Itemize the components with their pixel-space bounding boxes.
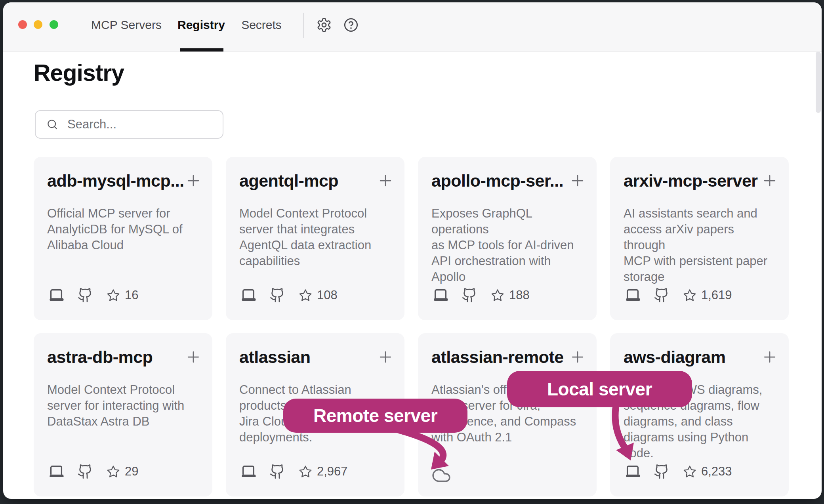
star-icon — [299, 465, 312, 478]
star-icon — [107, 465, 120, 478]
github-icon[interactable] — [269, 464, 285, 479]
star-icon — [683, 465, 696, 478]
card-footer: 188 — [431, 286, 530, 304]
search-box[interactable] — [35, 110, 223, 139]
local-arrow-icon — [597, 406, 653, 469]
laptop-icon — [47, 462, 65, 481]
toolbar-divider — [303, 13, 304, 38]
server-name: agentql-mcp — [239, 171, 380, 191]
server-card[interactable]: arxiv-mcp-server AI assistants search an… — [610, 157, 789, 320]
server-card[interactable]: astra-db-mcp Model Context Protocol serv… — [34, 333, 212, 496]
star-count: 1,619 — [701, 288, 732, 302]
github-icon[interactable] — [269, 287, 285, 303]
server-card[interactable]: apollo-mcp-ser... Exposes GraphQL operat… — [418, 157, 597, 320]
laptop-icon — [47, 286, 65, 304]
close-button[interactable] — [18, 20, 27, 29]
star-count: 16 — [125, 288, 138, 302]
card-footer: 29 — [47, 462, 138, 481]
star-count: 29 — [125, 464, 138, 479]
tab-registry[interactable]: Registry — [177, 18, 225, 32]
server-description: Exposes GraphQL operations as MCP tools … — [431, 206, 583, 285]
search-input[interactable] — [67, 117, 211, 132]
github-icon[interactable] — [654, 287, 670, 303]
server-name: arxiv-mcp-server — [624, 171, 764, 191]
github-icon[interactable] — [77, 464, 93, 479]
server-card[interactable]: agentql-mcp Model Context Protocol serve… — [226, 157, 404, 320]
server-name: adb-mysql-mcp... — [47, 171, 188, 191]
help-icon[interactable] — [343, 17, 359, 33]
tab-secrets[interactable]: Secrets — [241, 18, 282, 32]
add-server-button[interactable] — [377, 348, 394, 366]
remote-arrow-icon — [368, 420, 460, 475]
minimize-button[interactable] — [34, 20, 42, 29]
star-icon — [683, 288, 696, 302]
tab-mcp-servers[interactable]: MCP Servers — [91, 18, 162, 32]
star-icon — [299, 288, 312, 302]
laptop-icon — [239, 462, 258, 481]
server-name: astra-db-mcp — [47, 347, 188, 367]
github-icon[interactable] — [77, 287, 93, 303]
server-name: aws-diagram — [624, 347, 764, 367]
github-icon[interactable] — [462, 287, 477, 303]
server-name: atlassian — [239, 347, 380, 367]
local-server-badge: Local server — [507, 371, 692, 407]
server-description: Model Context Protocol server for intera… — [47, 382, 199, 430]
scrollbar-thumb[interactable] — [816, 52, 821, 113]
desktop-background: MCP Servers Registry Secrets Registry — [0, 0, 824, 504]
add-server-button[interactable] — [185, 348, 202, 366]
card-footer: 2,967 — [239, 462, 348, 481]
star-count: 188 — [509, 288, 530, 302]
card-footer: 16 — [47, 286, 138, 304]
add-server-button[interactable] — [761, 348, 778, 366]
laptop-icon — [239, 286, 258, 304]
gear-icon[interactable] — [316, 17, 332, 33]
github-icon[interactable] — [654, 464, 670, 479]
server-description: Official MCP server for AnalyticDB for M… — [47, 206, 199, 253]
add-server-button[interactable] — [569, 348, 586, 366]
server-name: atlassian-remote — [431, 347, 572, 367]
title-bar: MCP Servers Registry Secrets — [3, 2, 822, 52]
server-card[interactable]: adb-mysql-mcp... Official MCP server for… — [34, 157, 212, 320]
search-icon — [46, 118, 59, 131]
star-icon — [491, 288, 504, 302]
star-count: 2,967 — [317, 464, 348, 479]
server-description: AI assistants search and access arXiv pa… — [624, 206, 775, 285]
add-server-button[interactable] — [185, 172, 202, 189]
star-icon — [107, 288, 120, 302]
star-count: 108 — [317, 288, 338, 302]
star-count: 6,233 — [701, 464, 732, 479]
laptop-icon — [431, 286, 450, 304]
card-footer: 108 — [239, 286, 338, 304]
card-footer: 1,619 — [624, 286, 732, 304]
add-server-button[interactable] — [569, 172, 586, 189]
app-window: MCP Servers Registry Secrets Registry — [3, 2, 822, 499]
zoom-button[interactable] — [50, 20, 58, 29]
add-server-button[interactable] — [761, 172, 778, 189]
active-tab-indicator — [180, 48, 223, 52]
add-server-button[interactable] — [377, 172, 394, 189]
laptop-icon — [624, 286, 642, 304]
server-name: apollo-mcp-ser... — [431, 171, 572, 191]
page-title: Registry — [34, 59, 124, 86]
server-description: Model Context Protocol server that integ… — [239, 206, 391, 269]
